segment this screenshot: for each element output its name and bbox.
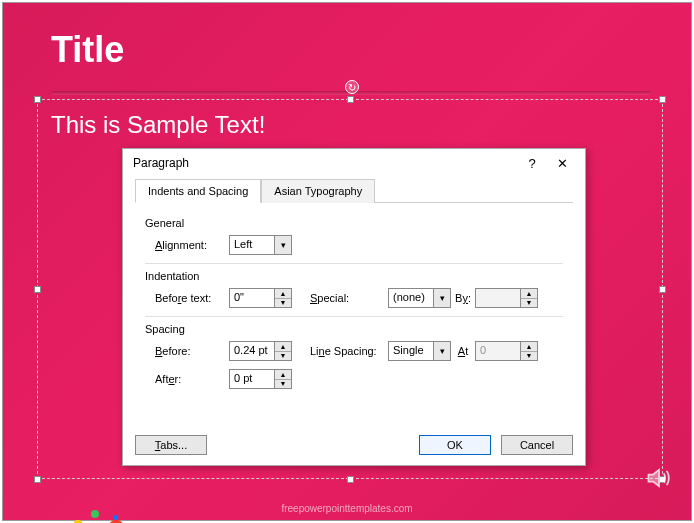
at-label: At: [451, 345, 475, 357]
watermark: freepowerpointtemplates.com: [3, 503, 691, 514]
alignment-combo[interactable]: Left ▾: [229, 235, 292, 255]
line-spacing-combo[interactable]: Single ▾: [388, 341, 451, 361]
dialog-body: General Alignment: Left ▾ Indentation Be…: [123, 203, 585, 389]
paragraph-dialog: Paragraph ? ✕ Indents and Spacing Asian …: [122, 148, 586, 466]
section-general: General: [145, 217, 563, 229]
before-text-spinner[interactable]: 0" ▲▼: [229, 288, 292, 308]
alignment-label: Alignment:: [155, 239, 229, 251]
resize-handle-bm[interactable]: [347, 476, 354, 483]
resize-handle-tr[interactable]: [659, 96, 666, 103]
chevron-down-icon[interactable]: ▾: [274, 236, 291, 254]
special-label: Special:: [310, 292, 360, 304]
chevron-down-icon[interactable]: ▾: [433, 289, 450, 307]
dialog-title: Paragraph: [133, 156, 517, 170]
slide-title: Title: [51, 29, 124, 71]
before-text-label: Before text:: [155, 292, 229, 304]
after-spinner[interactable]: 0 pt ▲▼: [229, 369, 292, 389]
by-spinner: ▲▼: [475, 288, 538, 308]
line-spacing-label: Line Spacing:: [310, 345, 388, 357]
audio-icon[interactable]: [645, 464, 673, 496]
after-label: After:: [155, 373, 229, 385]
spin-down-icon[interactable]: ▼: [275, 299, 291, 308]
resize-handle-mr[interactable]: [659, 286, 666, 293]
rotation-handle[interactable]: ↻: [345, 80, 359, 94]
spin-up-icon[interactable]: ▲: [275, 342, 291, 352]
dialog-footer: Tabs... OK Cancel: [135, 435, 573, 455]
resize-handle-tm[interactable]: [347, 96, 354, 103]
cancel-button[interactable]: Cancel: [501, 435, 573, 455]
tabs-button[interactable]: Tabs...: [135, 435, 207, 455]
section-spacing: Spacing: [145, 323, 563, 335]
tab-indents-spacing[interactable]: Indents and Spacing: [135, 179, 261, 203]
help-button[interactable]: ?: [517, 156, 547, 171]
spin-down-icon[interactable]: ▼: [275, 352, 291, 361]
spin-up-icon[interactable]: ▲: [275, 289, 291, 299]
ok-button[interactable]: OK: [419, 435, 491, 455]
dialog-tabs: Indents and Spacing Asian Typography: [135, 179, 573, 203]
sample-text[interactable]: This is Sample Text!: [51, 111, 265, 139]
spin-down-icon[interactable]: ▼: [275, 380, 291, 389]
resize-handle-bl[interactable]: [34, 476, 41, 483]
before-spinner[interactable]: 0.24 pt ▲▼: [229, 341, 292, 361]
at-spinner: 0 ▲▼: [475, 341, 538, 361]
special-combo[interactable]: (none) ▾: [388, 288, 451, 308]
dialog-titlebar[interactable]: Paragraph ? ✕: [123, 149, 585, 177]
by-label: By:: [451, 292, 475, 304]
tab-asian-typography[interactable]: Asian Typography: [261, 179, 375, 203]
close-button[interactable]: ✕: [547, 156, 577, 171]
spin-up-icon[interactable]: ▲: [275, 370, 291, 380]
resize-handle-tl[interactable]: [34, 96, 41, 103]
section-indentation: Indentation: [145, 270, 563, 282]
chevron-down-icon[interactable]: ▾: [433, 342, 450, 360]
resize-handle-ml[interactable]: [34, 286, 41, 293]
before-label: Before:: [155, 345, 229, 357]
